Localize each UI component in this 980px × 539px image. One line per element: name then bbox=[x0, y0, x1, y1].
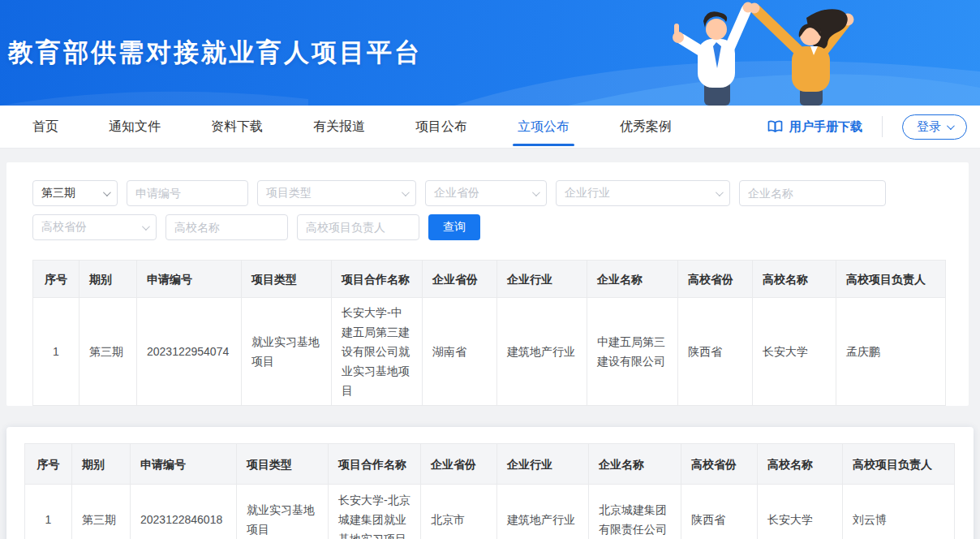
open-book-icon bbox=[767, 120, 783, 133]
chevron-down-icon bbox=[947, 122, 955, 130]
chevron-down-icon bbox=[402, 188, 410, 196]
chevron-down-icon bbox=[716, 188, 724, 196]
company-province-select[interactable]: 企业省份 bbox=[425, 180, 547, 206]
company-industry-placeholder: 企业行业 bbox=[565, 186, 610, 201]
cell-company-name: 北京城建集团有限责任公司 bbox=[589, 485, 681, 539]
cell-cooperation-name: 长安大学-中建五局第三建设有限公司就业实习基地项目 bbox=[332, 298, 423, 406]
nav-right-group: 用户手册下载 登录 bbox=[767, 114, 967, 140]
results-panel-2: 序号 期别 申请编号 项目类型 项目合作名称 企业省份 企业行业 企业名称 高校… bbox=[6, 427, 974, 539]
main-navigation: 首页 通知文件 资料下载 有关报道 项目公布 立项公布 优秀案例 用户手册下载 … bbox=[0, 106, 980, 149]
cell-college-name: 长安大学 bbox=[758, 485, 843, 539]
cell-company-name: 中建五局第三建设有限公司 bbox=[587, 298, 678, 406]
col-header-project-type: 项目类型 bbox=[237, 444, 329, 485]
cell-cooperation-name: 长安大学-北京城建集团就业基地实习项目 bbox=[329, 485, 421, 539]
company-province-placeholder: 企业省份 bbox=[434, 186, 479, 201]
col-header-college-leader: 高校项目负责人 bbox=[843, 444, 955, 485]
nav-tabs: 首页 通知文件 资料下载 有关报道 项目公布 立项公布 优秀案例 bbox=[32, 106, 722, 148]
cell-college-name: 长安大学 bbox=[753, 298, 836, 406]
col-header-period: 期别 bbox=[72, 444, 131, 485]
table-header-row: 序号 期别 申请编号 项目类型 项目合作名称 企业省份 企业行业 企业名称 高校… bbox=[25, 444, 955, 485]
col-header-company-industry: 企业行业 bbox=[497, 444, 589, 485]
filter-row-1: 第三期 项目类型 企业省份 企业行业 bbox=[32, 180, 946, 206]
table-row: 1 第三期 2023122954074 就业实习基地项目 长安大学-中建五局第三… bbox=[33, 298, 946, 406]
search-button[interactable]: 查询 bbox=[428, 214, 480, 240]
col-header-application-no: 申请编号 bbox=[137, 261, 242, 298]
col-header-application-no: 申请编号 bbox=[131, 444, 237, 485]
user-manual-label: 用户手册下载 bbox=[789, 119, 862, 135]
col-header-college-province: 高校省份 bbox=[681, 444, 758, 485]
results-table-1: 序号 期别 申请编号 项目类型 项目合作名称 企业省份 企业行业 企业名称 高校… bbox=[32, 260, 946, 406]
company-industry-select[interactable]: 企业行业 bbox=[556, 180, 730, 206]
cell-company-industry: 建筑地产行业 bbox=[497, 485, 589, 539]
cell-project-type: 就业实习基地项目 bbox=[237, 485, 329, 539]
cell-company-province: 湖南省 bbox=[423, 298, 497, 406]
nav-tab-excellent-cases[interactable]: 优秀案例 bbox=[620, 106, 672, 148]
college-leader-input[interactable] bbox=[306, 221, 410, 234]
cell-seq: 1 bbox=[33, 298, 80, 406]
nav-tab-reports[interactable]: 有关报道 bbox=[313, 106, 365, 148]
banner: 教育部供需对接就业育人项目平台 bbox=[0, 0, 980, 106]
college-name-field bbox=[165, 214, 288, 240]
col-header-college-name: 高校名称 bbox=[758, 444, 843, 485]
college-leader-field bbox=[297, 214, 419, 240]
cell-college-province: 陕西省 bbox=[681, 485, 758, 539]
period-select[interactable]: 第三期 bbox=[32, 180, 118, 206]
college-province-placeholder: 高校省份 bbox=[41, 220, 87, 235]
col-header-seq: 序号 bbox=[25, 444, 72, 485]
cell-application-no: 2023122954074 bbox=[137, 298, 242, 406]
col-header-company-industry: 企业行业 bbox=[497, 261, 587, 298]
college-name-input[interactable] bbox=[174, 221, 279, 234]
login-button[interactable]: 登录 bbox=[902, 114, 967, 140]
results-table-2: 序号 期别 申请编号 项目类型 项目合作名称 企业省份 企业行业 企业名称 高校… bbox=[24, 443, 955, 539]
high-five-people-illustration bbox=[647, 0, 891, 106]
cell-company-province: 北京市 bbox=[421, 485, 497, 539]
cell-college-leader: 孟庆鹏 bbox=[836, 298, 946, 406]
company-name-field bbox=[739, 180, 886, 206]
col-header-college-province: 高校省份 bbox=[678, 261, 753, 298]
period-select-value: 第三期 bbox=[41, 186, 75, 201]
col-header-company-name: 企业名称 bbox=[587, 261, 678, 298]
col-header-college-name: 高校名称 bbox=[753, 261, 836, 298]
cell-application-no: 2023122846018 bbox=[131, 485, 237, 539]
filter-and-results-panel: 第三期 项目类型 企业省份 企业行业 高校省份 bbox=[6, 162, 969, 406]
login-label: 登录 bbox=[917, 119, 941, 135]
col-header-cooperation-name: 项目合作名称 bbox=[332, 261, 423, 298]
nav-tab-project-announcement[interactable]: 项目公布 bbox=[415, 106, 467, 148]
application-number-field bbox=[127, 180, 248, 206]
col-header-cooperation-name: 项目合作名称 bbox=[329, 444, 421, 485]
col-header-period: 期别 bbox=[80, 261, 137, 298]
college-province-select[interactable]: 高校省份 bbox=[32, 214, 157, 240]
nav-tab-approval-announcement[interactable]: 立项公布 bbox=[518, 106, 570, 148]
col-header-project-type: 项目类型 bbox=[242, 261, 332, 298]
chevron-down-icon bbox=[103, 188, 111, 196]
nav-tab-notices[interactable]: 通知文件 bbox=[109, 106, 161, 148]
company-name-input[interactable] bbox=[748, 187, 877, 200]
cell-period: 第三期 bbox=[72, 485, 131, 539]
cell-seq: 1 bbox=[25, 485, 72, 539]
cell-college-leader: 刘云博 bbox=[843, 485, 955, 539]
nav-tab-downloads[interactable]: 资料下载 bbox=[211, 106, 263, 148]
chevron-down-icon bbox=[532, 188, 540, 196]
project-type-select[interactable]: 项目类型 bbox=[257, 180, 416, 206]
page-title: 教育部供需对接就业育人项目平台 bbox=[8, 36, 422, 70]
nav-tab-home[interactable]: 首页 bbox=[32, 106, 58, 148]
application-number-input[interactable] bbox=[135, 187, 239, 200]
user-manual-download-link[interactable]: 用户手册下载 bbox=[767, 119, 862, 135]
project-type-placeholder: 项目类型 bbox=[266, 186, 312, 201]
table-header-row: 序号 期别 申请编号 项目类型 项目合作名称 企业省份 企业行业 企业名称 高校… bbox=[33, 261, 946, 298]
cell-company-industry: 建筑地产行业 bbox=[497, 298, 587, 406]
col-header-seq: 序号 bbox=[33, 261, 80, 298]
col-header-college-leader: 高校项目负责人 bbox=[836, 261, 946, 298]
chevron-down-icon bbox=[142, 222, 150, 231]
cell-period: 第三期 bbox=[80, 298, 137, 406]
col-header-company-province: 企业省份 bbox=[421, 444, 497, 485]
cell-college-province: 陕西省 bbox=[678, 298, 753, 406]
nav-divider bbox=[882, 116, 883, 137]
cell-project-type: 就业实习基地项目 bbox=[242, 298, 332, 406]
col-header-company-province: 企业省份 bbox=[423, 261, 497, 298]
col-header-company-name: 企业名称 bbox=[589, 444, 681, 485]
table-row: 1 第三期 2023122846018 就业实习基地项目 长安大学-北京城建集团… bbox=[25, 485, 955, 539]
filter-row-2: 高校省份 查询 bbox=[32, 214, 946, 240]
